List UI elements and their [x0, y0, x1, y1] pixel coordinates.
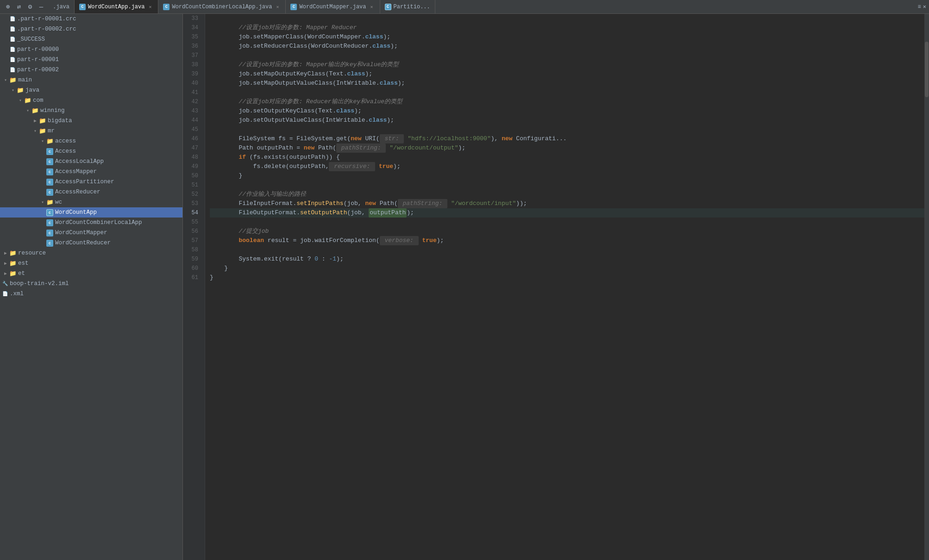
code-plain: );	[398, 79, 405, 88]
code-plain: Path outputPath =	[210, 143, 304, 153]
tree-item-main[interactable]: ▾ 📁 main	[0, 75, 182, 85]
tree-label-main: main	[18, 77, 181, 83]
tree-item-resource[interactable]: ▶ 📁 resource	[0, 248, 182, 258]
tree-item-success[interactable]: 📄 _SUCCESS	[0, 34, 182, 44]
tab-wordcountapp-close[interactable]: ✕	[147, 4, 153, 10]
code-line-36: job.setReducerClass(WordCountReducer.cla…	[210, 42, 924, 51]
tree-item-part-r-00002-crc[interactable]: 📄 .part-r-00002.crc	[0, 24, 182, 34]
sidebar: 📄 .part-r-00001.crc 📄 .part-r-00002.crc …	[0, 14, 183, 560]
code-line-57: boolean result = job.waitForCompletion( …	[210, 236, 924, 245]
comment-38: //设置job对应的参数: Mapper输出的key和value的类型	[210, 60, 399, 69]
tab-scroll-right-icon[interactable]: ≡	[918, 4, 921, 10]
tree-label-AccessPartitioner: AccessPartitioner	[55, 179, 181, 185]
class-icon-AccessLocalApp: C	[46, 158, 53, 165]
tree-item-AccessReducer[interactable]: C AccessReducer	[0, 187, 182, 197]
tab-nav-icon[interactable]: ⊕	[3, 2, 13, 12]
class-icon-WordCountApp: C	[46, 209, 53, 216]
code-plain: );	[393, 162, 401, 171]
tab-wordcountapp[interactable]: C WordCountApp.java ✕	[75, 0, 158, 13]
tab-wordcountcombinerlocalapp[interactable]: C WordCountCombinerLocalApp.java ✕	[158, 0, 286, 13]
winning-folder-icon: 📁	[31, 107, 39, 114]
scrollbar-thumb-vertical[interactable]	[925, 42, 929, 97]
tab-java[interactable]: .java	[48, 0, 75, 13]
ln-42: 42	[183, 97, 201, 106]
hint-recursive-49: recursive:	[329, 162, 375, 171]
tree-item-com[interactable]: ▾ 📁 com	[0, 95, 182, 106]
tab-minimize-icon[interactable]: —	[36, 2, 46, 12]
code-line-51	[210, 180, 924, 190]
file-icon-xml: 📄	[2, 291, 8, 297]
ln-55: 55	[183, 218, 201, 227]
editor-tabs: .java C WordCountApp.java ✕ C WordCountC…	[48, 0, 915, 13]
tab-wordcountmapper[interactable]: C WordCountMapper.java ✕	[286, 0, 380, 13]
java-folder-icon: 📁	[17, 87, 24, 93]
kw-48: if	[239, 153, 246, 162]
tree-item-AccessLocalApp[interactable]: C AccessLocalApp	[0, 156, 182, 167]
tab-split-icon[interactable]: ⇄	[14, 2, 24, 12]
code-line-56: //提交job	[210, 227, 924, 236]
main-content: 📄 .part-r-00001.crc 📄 .part-r-00002.crc …	[0, 14, 929, 560]
tab-wordcountcombinerlocalapp-close[interactable]: ✕	[274, 4, 281, 10]
code-plain: Path(	[314, 143, 336, 153]
code-line-49: fs.delete(outputPath, recursive: true);	[210, 162, 924, 171]
code-line-54: FileOutputFormat.setOutputPath(job, outp…	[210, 208, 924, 218]
tree-item-AccessPartitioner[interactable]: C AccessPartitioner	[0, 177, 182, 187]
tree-label-est: est	[18, 260, 181, 267]
tree-item-access-folder[interactable]: ▾ 📁 access	[0, 136, 182, 146]
tree-item-boop-iml[interactable]: 🔧 boop-train-v2.iml	[0, 279, 182, 289]
code-plain: }	[210, 171, 242, 180]
code-plain: );	[383, 32, 390, 42]
tree-item-java[interactable]: ▾ 📁 java	[0, 85, 182, 95]
tree-item-part-r-00000[interactable]: 📄 part-r-00000	[0, 44, 182, 55]
tree-item-AccessMapper[interactable]: C AccessMapper	[0, 167, 182, 177]
tree-item-WordCountApp[interactable]: C WordCountApp	[0, 207, 182, 218]
code-line-58	[210, 245, 924, 255]
kw2-46: new	[502, 134, 512, 143]
tree-item-Access[interactable]: C Access	[0, 146, 182, 156]
tree-label-WordCountMapper: WordCountMapper	[55, 230, 181, 236]
tree-item-WordCountMapper[interactable]: C WordCountMapper	[0, 228, 182, 238]
hint-pathstring-47: pathString:	[336, 143, 386, 153]
tree-item-bigdata[interactable]: ▶ 📁 bigdata	[0, 116, 182, 126]
tree-label-mr: mr	[48, 128, 181, 134]
line-numbers: 33 34 35 36 37 38 39 40 41 42 43 44 45 4…	[183, 14, 205, 560]
tab-close-all-icon[interactable]: ✕	[923, 3, 926, 10]
tree-item-winning[interactable]: ▾ 📁 winning	[0, 106, 182, 116]
code-content[interactable]: //设置job对应的参数: Mapper Reducer job.setMapp…	[205, 14, 924, 560]
hint-verbose-57: verbose:	[380, 236, 419, 245]
tab-settings-icon[interactable]: ⚙	[25, 2, 35, 12]
tree-arrow-bigdata: ▶	[31, 118, 39, 124]
tree-item-wc[interactable]: ▾ 📁 wc	[0, 197, 182, 207]
tree-item-est[interactable]: ▶ 📁 est	[0, 258, 182, 268]
tree-item-WordCountCombinerLocalApp[interactable]: C WordCountCombinerLocalApp	[0, 218, 182, 228]
tree-label: part-r-00001	[17, 56, 181, 63]
ln-61: 61	[183, 273, 201, 282]
code-line-34: //设置job对应的参数: Mapper Reducer	[210, 23, 924, 32]
ln-43: 43	[183, 106, 201, 116]
tab-wordcountmapper-close[interactable]: ✕	[369, 4, 375, 10]
tree-arrow-resource: ▶	[2, 250, 9, 256]
tree-item-part-r-00001-crc[interactable]: 📄 .part-r-00001.crc	[0, 14, 182, 24]
code-plain: job.setMapOutputKeyClass(Text.	[210, 69, 347, 79]
tree-item-et[interactable]: ▶ 📁 et	[0, 268, 182, 279]
bigdata-folder-icon: 📁	[39, 118, 46, 124]
tree-item-mr[interactable]: ▾ 📁 mr	[0, 126, 182, 136]
tab-partition[interactable]: C Partitio...	[380, 0, 435, 13]
vertical-scrollbar[interactable]	[924, 14, 929, 560]
tree-item-part-r-00001[interactable]: 📄 part-r-00001	[0, 55, 182, 65]
ln-59: 59	[183, 255, 201, 264]
tab-wordcountmapper-label: WordCountMapper.java	[299, 4, 366, 10]
tree-arrow-et: ▶	[2, 271, 9, 276]
code-line-38: //设置job对应的参数: Mapper输出的key和value的类型	[210, 60, 924, 69]
code-plain: );	[458, 143, 466, 153]
ln-58: 58	[183, 245, 201, 255]
tree-item-part-r-00002[interactable]: 📄 part-r-00002	[0, 65, 182, 75]
code-plain: FileOutputFormat.	[210, 208, 300, 218]
tree-item-WordCountReducer[interactable]: C WordCountReducer	[0, 238, 182, 248]
tree-label-resource: resource	[18, 250, 181, 256]
kw-47: new	[304, 143, 314, 153]
tree-item-xml[interactable]: 📄 .xml	[0, 289, 182, 299]
code-plain: job.setOutputKeyClass(Text.	[210, 106, 336, 116]
class-icon-Access: C	[46, 148, 53, 155]
hint-pathstring-53: pathString:	[398, 199, 447, 208]
